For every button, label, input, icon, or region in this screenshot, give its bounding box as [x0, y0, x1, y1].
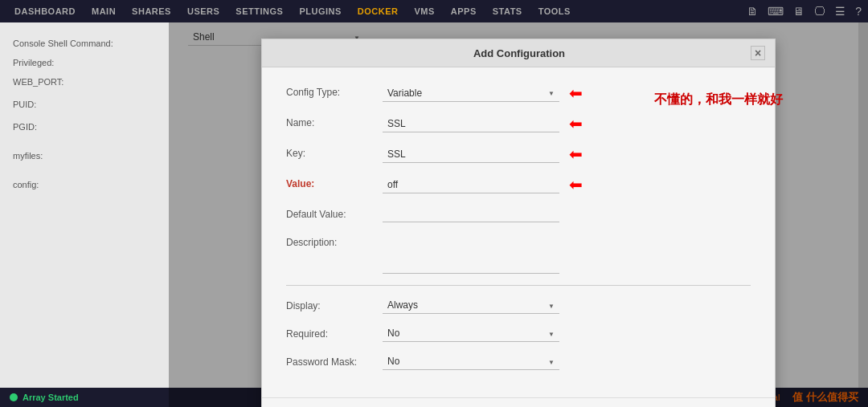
modal-title: Add Configuration	[288, 47, 751, 59]
default-value-wrap	[383, 206, 751, 222]
config-type-select[interactable]: Variable Path Device	[383, 85, 559, 102]
name-input[interactable]	[383, 116, 559, 132]
array-status-dot	[10, 393, 18, 401]
arrow-value: ⬅	[569, 175, 583, 194]
nav-icon-monitor[interactable]: 🖥	[793, 5, 805, 18]
form-row-default-value: Default Value:	[286, 206, 751, 222]
modal-footer: ADD CANCEL	[262, 397, 775, 407]
form-row-key: Key: ⬅	[286, 144, 751, 164]
sidebar-label-myfiles: myfiles:	[13, 151, 156, 161]
default-value-input[interactable]	[383, 206, 559, 222]
sidebar-label-config: config:	[13, 180, 156, 189]
modal-close-button[interactable]: ×	[751, 46, 765, 60]
content-area: Shell Bash sh Add Configuration × 不懂的，和我…	[169, 22, 868, 407]
nav-main[interactable]: MAIN	[84, 0, 124, 22]
required-select[interactable]: No Yes	[383, 325, 559, 342]
display-select[interactable]: Always Advanced Never	[383, 297, 559, 314]
nav-stats[interactable]: STATS	[485, 0, 530, 22]
sidebar-label-puid: PUID:	[13, 100, 156, 109]
label-config-type: Config Type:	[286, 83, 383, 98]
arrow-config-type: ⬅	[569, 83, 583, 103]
name-wrap: ⬅	[383, 114, 751, 133]
label-password-mask: Password Mask:	[286, 353, 383, 368]
password-mask-wrap: No Yes	[383, 353, 751, 370]
form-row-password-mask: Password Mask: No Yes	[286, 353, 751, 370]
nav-dashboard[interactable]: DASHBOARD	[6, 0, 84, 22]
sidebar-label-console: Console Shell Command:	[13, 39, 156, 48]
nav-icon-list[interactable]: ☰	[835, 5, 845, 18]
password-mask-select-wrap[interactable]: No Yes	[383, 353, 559, 370]
password-mask-select[interactable]: No Yes	[383, 353, 559, 370]
sidebar-label-webport: WEB_PORT:	[13, 77, 156, 87]
arrow-name: ⬅	[569, 114, 583, 133]
sidebar-label-privileged: Privileged:	[13, 58, 156, 67]
form-row-description: Description:	[286, 234, 751, 274]
description-wrap	[383, 234, 751, 274]
nav-apps[interactable]: APPS	[443, 0, 485, 22]
navbar: DASHBOARD MAIN SHARES USERS SETTINGS PLU…	[0, 0, 868, 22]
label-description: Description:	[286, 234, 383, 248]
nav-users[interactable]: USERS	[179, 0, 227, 22]
sidebar-label-pgid: PGID:	[13, 122, 156, 132]
sidebar: Console Shell Command: Privileged: WEB_P…	[0, 22, 169, 407]
required-select-wrap[interactable]: No Yes	[383, 325, 559, 342]
form-row-name: Name: ⬅	[286, 114, 751, 133]
display-select-wrap[interactable]: Always Advanced Never	[383, 297, 559, 314]
value-wrap: ⬅	[383, 175, 751, 194]
required-wrap: No Yes	[383, 325, 751, 342]
description-textarea[interactable]	[383, 234, 559, 274]
modal-overlay: Add Configuration × 不懂的，和我一样就好 Config Ty…	[169, 22, 868, 407]
key-wrap: ⬅	[383, 144, 751, 164]
label-key: Key:	[286, 144, 383, 159]
modal-header: Add Configuration ×	[262, 39, 775, 67]
form-divider	[286, 285, 751, 286]
nav-icon-display[interactable]: 🖵	[814, 5, 825, 18]
nav-docker[interactable]: DOCKER	[350, 0, 407, 22]
modal-body: 不懂的，和我一样就好 Config Type: Variable Path De…	[262, 67, 775, 397]
annotation-text: 不懂的，和我一样就好	[654, 92, 783, 108]
nav-icon-help[interactable]: ?	[855, 5, 862, 18]
nav-icon-file[interactable]: 🗎	[747, 5, 758, 18]
display-wrap: Always Advanced Never	[383, 297, 751, 314]
label-default-value: Default Value:	[286, 206, 383, 220]
config-type-select-wrap[interactable]: Variable Path Device	[383, 85, 559, 102]
form-row-value: Value: ⬅	[286, 175, 751, 194]
add-configuration-modal: Add Configuration × 不懂的，和我一样就好 Config Ty…	[261, 39, 776, 407]
nav-plugins[interactable]: PLUGINS	[291, 0, 349, 22]
value-input[interactable]	[383, 177, 559, 193]
nav-settings[interactable]: SETTINGS	[227, 0, 291, 22]
nav-tools[interactable]: TOOLS	[530, 0, 579, 22]
form-row-required: Required: No Yes	[286, 325, 751, 342]
main-content: Console Shell Command: Privileged: WEB_P…	[0, 22, 868, 407]
arrow-key: ⬅	[569, 144, 583, 164]
status-left: Array Started	[10, 393, 79, 402]
nav-icon-terminal[interactable]: ⌨	[768, 5, 784, 18]
label-required: Required:	[286, 325, 383, 340]
nav-right: 🗎 ⌨ 🖥 🖵 ☰ ?	[747, 5, 862, 18]
nav-vms[interactable]: VMS	[406, 0, 442, 22]
nav-shares[interactable]: SHARES	[124, 0, 179, 22]
label-display: Display:	[286, 297, 383, 311]
label-name: Name:	[286, 114, 383, 128]
form-row-display: Display: Always Advanced Never	[286, 297, 751, 314]
label-value: Value:	[286, 175, 383, 189]
array-status-text: Array Started	[23, 393, 79, 402]
key-input[interactable]	[383, 146, 559, 163]
nav-left: DASHBOARD MAIN SHARES USERS SETTINGS PLU…	[6, 0, 579, 22]
